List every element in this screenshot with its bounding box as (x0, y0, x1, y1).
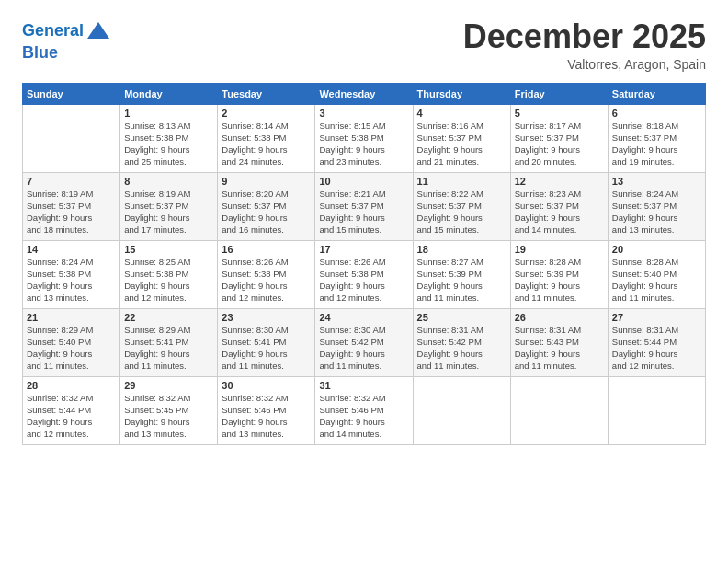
svg-marker-0 (87, 22, 109, 39)
day-info: Sunrise: 8:32 AMSunset: 5:44 PMDaylight:… (27, 392, 116, 441)
day-number: 8 (124, 176, 213, 187)
day-number: 12 (515, 176, 604, 187)
day-number: 17 (319, 244, 408, 255)
day-info: Sunrise: 8:28 AMSunset: 5:40 PMDaylight:… (612, 256, 701, 304)
calendar-row-3: 21Sunrise: 8:29 AMSunset: 5:40 PMDayligh… (23, 308, 706, 376)
calendar: SundayMondayTuesdayWednesdayThursdayFrid… (22, 83, 706, 445)
day-number: 4 (417, 108, 506, 119)
day-info: Sunrise: 8:16 AMSunset: 5:37 PMDaylight:… (417, 120, 506, 168)
logo-blue-text: Blue (22, 44, 111, 63)
calendar-header-monday: Monday (120, 83, 218, 104)
day-info: Sunrise: 8:27 AMSunset: 5:39 PMDaylight:… (417, 256, 506, 304)
calendar-cell: 20Sunrise: 8:28 AMSunset: 5:40 PMDayligh… (608, 240, 705, 308)
day-number: 23 (222, 312, 311, 323)
calendar-header-wednesday: Wednesday (315, 83, 413, 104)
calendar-header-sunday: Sunday (23, 83, 120, 104)
calendar-row-1: 7Sunrise: 8:19 AMSunset: 5:37 PMDaylight… (23, 172, 706, 240)
calendar-cell: 17Sunrise: 8:26 AMSunset: 5:38 PMDayligh… (315, 240, 413, 308)
day-info: Sunrise: 8:15 AMSunset: 5:38 PMDaylight:… (319, 120, 408, 168)
day-number: 14 (27, 244, 116, 255)
day-number: 15 (124, 244, 213, 255)
location: Valtorres, Aragon, Spain (463, 57, 706, 72)
day-info: Sunrise: 8:13 AMSunset: 5:38 PMDaylight:… (124, 120, 213, 168)
calendar-header-row: SundayMondayTuesdayWednesdayThursdayFrid… (23, 83, 706, 104)
day-number: 10 (319, 176, 408, 187)
day-info: Sunrise: 8:26 AMSunset: 5:38 PMDaylight:… (319, 256, 408, 304)
day-info: Sunrise: 8:25 AMSunset: 5:38 PMDaylight:… (124, 256, 213, 304)
calendar-cell: 5Sunrise: 8:17 AMSunset: 5:37 PMDaylight… (510, 104, 608, 172)
day-number: 27 (612, 312, 701, 323)
calendar-cell: 30Sunrise: 8:32 AMSunset: 5:46 PMDayligh… (218, 376, 315, 444)
calendar-cell: 23Sunrise: 8:30 AMSunset: 5:41 PMDayligh… (218, 308, 315, 376)
calendar-cell: 4Sunrise: 8:16 AMSunset: 5:37 PMDaylight… (413, 104, 510, 172)
day-info: Sunrise: 8:17 AMSunset: 5:37 PMDaylight:… (515, 120, 604, 168)
calendar-cell: 15Sunrise: 8:25 AMSunset: 5:38 PMDayligh… (120, 240, 218, 308)
day-number: 28 (27, 380, 116, 391)
calendar-cell: 28Sunrise: 8:32 AMSunset: 5:44 PMDayligh… (23, 376, 120, 444)
calendar-cell: 16Sunrise: 8:26 AMSunset: 5:38 PMDayligh… (218, 240, 315, 308)
day-info: Sunrise: 8:31 AMSunset: 5:44 PMDaylight:… (612, 324, 701, 373)
calendar-cell: 8Sunrise: 8:19 AMSunset: 5:37 PMDaylight… (120, 172, 218, 240)
calendar-cell: 7Sunrise: 8:19 AMSunset: 5:37 PMDaylight… (23, 172, 120, 240)
day-info: Sunrise: 8:32 AMSunset: 5:46 PMDaylight:… (319, 392, 408, 441)
logo: General Blue (22, 18, 111, 63)
calendar-cell: 27Sunrise: 8:31 AMSunset: 5:44 PMDayligh… (608, 308, 705, 376)
month-title: December 2025 (463, 18, 706, 55)
calendar-cell: 12Sunrise: 8:23 AMSunset: 5:37 PMDayligh… (510, 172, 608, 240)
header: General Blue December 2025 Valtorres, Ar… (22, 18, 706, 72)
calendar-cell: 6Sunrise: 8:18 AMSunset: 5:37 PMDaylight… (608, 104, 705, 172)
day-number: 18 (417, 244, 506, 255)
calendar-cell: 9Sunrise: 8:20 AMSunset: 5:37 PMDaylight… (218, 172, 315, 240)
calendar-cell: 22Sunrise: 8:29 AMSunset: 5:41 PMDayligh… (120, 308, 218, 376)
day-info: Sunrise: 8:24 AMSunset: 5:38 PMDaylight:… (27, 256, 116, 304)
calendar-cell: 24Sunrise: 8:30 AMSunset: 5:42 PMDayligh… (315, 308, 413, 376)
day-number: 24 (319, 312, 408, 323)
calendar-cell: 25Sunrise: 8:31 AMSunset: 5:42 PMDayligh… (413, 308, 510, 376)
day-number: 21 (27, 312, 116, 323)
day-number: 26 (515, 312, 604, 323)
day-info: Sunrise: 8:20 AMSunset: 5:37 PMDaylight:… (222, 188, 311, 236)
calendar-row-4: 28Sunrise: 8:32 AMSunset: 5:44 PMDayligh… (23, 376, 706, 444)
title-block: December 2025 Valtorres, Aragon, Spain (463, 18, 706, 72)
day-info: Sunrise: 8:19 AMSunset: 5:37 PMDaylight:… (124, 188, 213, 236)
day-number: 20 (612, 244, 701, 255)
calendar-cell: 19Sunrise: 8:28 AMSunset: 5:39 PMDayligh… (510, 240, 608, 308)
day-info: Sunrise: 8:18 AMSunset: 5:37 PMDaylight:… (612, 120, 701, 168)
day-info: Sunrise: 8:14 AMSunset: 5:38 PMDaylight:… (222, 120, 311, 168)
calendar-row-0: 1Sunrise: 8:13 AMSunset: 5:38 PMDaylight… (23, 104, 706, 172)
day-number: 25 (417, 312, 506, 323)
day-info: Sunrise: 8:30 AMSunset: 5:41 PMDaylight:… (222, 324, 311, 373)
calendar-cell: 31Sunrise: 8:32 AMSunset: 5:46 PMDayligh… (315, 376, 413, 444)
day-info: Sunrise: 8:31 AMSunset: 5:43 PMDaylight:… (515, 324, 604, 373)
calendar-cell: 26Sunrise: 8:31 AMSunset: 5:43 PMDayligh… (510, 308, 608, 376)
day-info: Sunrise: 8:32 AMSunset: 5:46 PMDaylight:… (222, 392, 311, 441)
day-number: 13 (612, 176, 701, 187)
day-info: Sunrise: 8:26 AMSunset: 5:38 PMDaylight:… (222, 256, 311, 304)
day-info: Sunrise: 8:21 AMSunset: 5:37 PMDaylight:… (319, 188, 408, 236)
day-number: 29 (124, 380, 213, 391)
calendar-cell (413, 376, 510, 444)
calendar-cell: 10Sunrise: 8:21 AMSunset: 5:37 PMDayligh… (315, 172, 413, 240)
day-info: Sunrise: 8:32 AMSunset: 5:45 PMDaylight:… (124, 392, 213, 441)
day-number: 5 (515, 108, 604, 119)
calendar-cell: 21Sunrise: 8:29 AMSunset: 5:40 PMDayligh… (23, 308, 120, 376)
day-number: 16 (222, 244, 311, 255)
day-number: 11 (417, 176, 506, 187)
day-info: Sunrise: 8:30 AMSunset: 5:42 PMDaylight:… (319, 324, 408, 373)
day-number: 1 (124, 108, 213, 119)
day-info: Sunrise: 8:29 AMSunset: 5:40 PMDaylight:… (27, 324, 116, 373)
calendar-cell: 18Sunrise: 8:27 AMSunset: 5:39 PMDayligh… (413, 240, 510, 308)
calendar-header-thursday: Thursday (413, 83, 510, 104)
day-number: 3 (319, 108, 408, 119)
day-info: Sunrise: 8:19 AMSunset: 5:37 PMDaylight:… (27, 188, 116, 236)
calendar-cell: 2Sunrise: 8:14 AMSunset: 5:38 PMDaylight… (218, 104, 315, 172)
day-number: 31 (319, 380, 408, 391)
day-info: Sunrise: 8:24 AMSunset: 5:37 PMDaylight:… (612, 188, 701, 236)
calendar-cell (23, 104, 120, 172)
day-number: 30 (222, 380, 311, 391)
day-info: Sunrise: 8:31 AMSunset: 5:42 PMDaylight:… (417, 324, 506, 373)
calendar-header-friday: Friday (510, 83, 608, 104)
calendar-cell: 14Sunrise: 8:24 AMSunset: 5:38 PMDayligh… (23, 240, 120, 308)
logo-icon (85, 18, 111, 44)
day-info: Sunrise: 8:22 AMSunset: 5:37 PMDaylight:… (417, 188, 506, 236)
